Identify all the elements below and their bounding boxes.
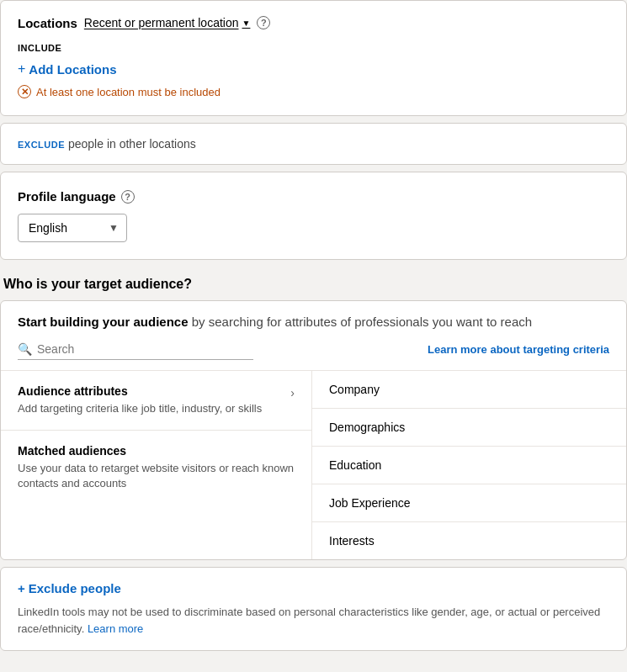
audience-left-column: Audience attributes Add targeting criter… — [1, 371, 312, 559]
exclude-people-plus-icon: + — [18, 581, 25, 595]
audience-attributes-item[interactable]: Audience attributes Add targeting criter… — [1, 371, 311, 431]
exclude-location-card: EXCLUDE people in other locations — [0, 123, 627, 165]
audience-card-header: Start building your audience by searchin… — [1, 301, 626, 371]
audience-card-title-rest: by searching for attributes of professio… — [192, 315, 532, 329]
exclude-people-button[interactable]: + Exclude people — [18, 581, 121, 595]
matched-audiences-title: Matched audiences — [18, 444, 295, 458]
category-company[interactable]: Company — [312, 371, 626, 409]
audience-heading-wrapper: Who is your target audience? — [0, 267, 627, 300]
category-job-experience[interactable]: Job Experience — [312, 484, 626, 522]
location-type-label: Recent or permanent location — [84, 16, 239, 29]
search-icon: 🔍 — [18, 342, 32, 356]
exclude-label: EXCLUDE — [18, 140, 65, 150]
language-dropdown[interactable]: English French German Spanish Chinese Ja… — [18, 214, 127, 242]
audience-card-title-bold: Start building your audience — [18, 315, 189, 329]
location-type-button[interactable]: Recent or permanent location ▼ — [84, 14, 251, 31]
learn-more-link[interactable]: Learn more about targeting criteria — [428, 343, 609, 356]
category-demographics[interactable]: Demographics — [312, 409, 626, 447]
category-interests[interactable]: Interests — [312, 522, 626, 559]
language-select-wrapper: English French German Spanish Chinese Ja… — [18, 214, 127, 242]
audience-card-title: Start building your audience by searchin… — [18, 315, 609, 329]
search-input-wrapper: 🔍 — [18, 339, 253, 360]
exclude-people-section: + Exclude people LinkedIn tools may not … — [0, 567, 627, 651]
locations-help-icon[interactable]: ? — [257, 16, 270, 29]
chevron-right-icon: › — [290, 386, 295, 399]
audience-builder-card: Start building your audience by searchin… — [0, 300, 627, 560]
matched-audiences-desc: Use your data to retarget website visito… — [18, 461, 295, 491]
audience-attributes-desc: Add targeting criteria like job title, i… — [18, 401, 262, 416]
add-locations-button[interactable]: + Add Locations — [18, 61, 117, 77]
language-section: Profile language ? English French German… — [1, 172, 626, 259]
locations-section: Locations Recent or permanent location ▼… — [1, 1, 626, 115]
audience-columns: Audience attributes Add targeting criter… — [1, 371, 626, 559]
locations-title: Locations — [18, 16, 77, 30]
category-education[interactable]: Education — [312, 447, 626, 484]
error-message: At least one location must be included — [36, 86, 221, 98]
language-card: Profile language ? English French German… — [0, 172, 627, 260]
add-locations-label: Add Locations — [29, 62, 116, 77]
matched-audiences-item[interactable]: Matched audiences Use your data to retar… — [1, 431, 311, 505]
disclaimer-learn-more-link[interactable]: Learn more — [88, 622, 143, 635]
locations-header: Locations Recent or permanent location ▼… — [18, 14, 609, 31]
location-error-row: ✕ At least one location must be included — [18, 85, 609, 98]
locations-card: Locations Recent or permanent location ▼… — [0, 0, 627, 116]
audience-attributes-title: Audience attributes — [18, 384, 262, 398]
exclude-text: people in other locations — [68, 137, 196, 151]
exclude-people-label: Exclude people — [29, 581, 121, 595]
error-icon: ✕ — [18, 85, 31, 98]
audience-attributes-content: Audience attributes Add targeting criter… — [18, 384, 262, 416]
include-label: INCLUDE — [18, 43, 609, 53]
language-help-icon[interactable]: ? — [121, 190, 135, 204]
exclude-location-section: EXCLUDE people in other locations — [1, 124, 626, 164]
plus-icon: + — [18, 61, 25, 77]
language-label-row: Profile language ? — [18, 189, 609, 204]
disclaimer-text: LinkedIn tools may not be used to discri… — [18, 604, 609, 637]
search-input[interactable] — [37, 342, 253, 356]
audience-heading: Who is your target audience? — [0, 267, 627, 300]
search-row: 🔍 Learn more about targeting criteria — [18, 339, 609, 360]
language-label-text: Profile language — [18, 189, 116, 204]
audience-attributes-header: Audience attributes Add targeting criter… — [18, 384, 295, 416]
dropdown-arrow-icon: ▼ — [242, 19, 251, 28]
audience-right-column: Company Demographics Education Job Exper… — [312, 371, 626, 559]
